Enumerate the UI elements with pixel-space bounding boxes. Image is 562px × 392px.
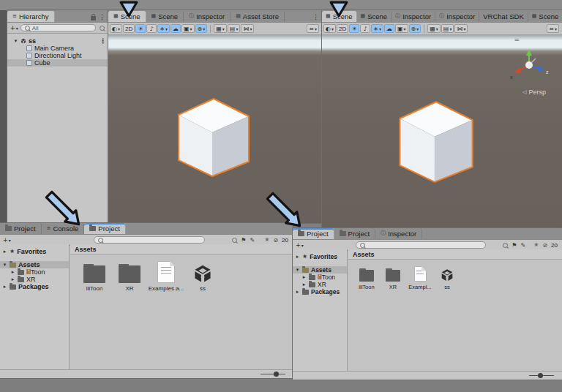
draw-mode-button[interactable]: ◐▾ bbox=[323, 24, 336, 33]
asset-ss-scene[interactable]: ss bbox=[435, 266, 460, 290]
tree-liltoon[interactable]: ▸ lilToon bbox=[0, 268, 69, 276]
hierarchy-item-main-camera[interactable]: Main Camera bbox=[7, 45, 108, 52]
effects-toggle[interactable]: ∗▾ bbox=[157, 24, 170, 33]
tab-project-2[interactable]: Project bbox=[334, 228, 376, 239]
tree-packages[interactable]: ▸ Packages bbox=[0, 283, 69, 290]
zoom-slider-knob[interactable] bbox=[274, 372, 279, 377]
grid-button[interactable]: ▦▾ bbox=[427, 24, 441, 33]
cube-object[interactable] bbox=[394, 96, 477, 185]
2d-toggle[interactable]: 2D bbox=[337, 24, 348, 33]
scene-picker-button[interactable] bbox=[97, 23, 107, 32]
search-by-type-icon[interactable] bbox=[232, 238, 237, 243]
tree-liltoon[interactable]: ▸ lilToon bbox=[293, 274, 347, 281]
skybox-toggle[interactable]: ☁ bbox=[384, 24, 394, 33]
saved-search-icon[interactable]: ✎ bbox=[521, 242, 526, 249]
tab-asset-store[interactable]: ▤ Asset Store bbox=[231, 11, 285, 22]
effects-toggle[interactable]: ∗▾ bbox=[371, 24, 383, 33]
star-icon[interactable]: ★ bbox=[533, 242, 539, 248]
persp-label[interactable]: ◁ Persp bbox=[522, 88, 546, 96]
asset-examples[interactable]: Exampl... bbox=[407, 266, 433, 290]
tab-inspector[interactable]: ⓘ Inspector bbox=[391, 11, 435, 22]
caret-down-icon[interactable]: ▾ bbox=[295, 267, 300, 273]
panel-menu-icon[interactable]: ⋮ bbox=[312, 14, 319, 20]
zoom-slider[interactable] bbox=[529, 375, 554, 376]
search-by-label-icon[interactable]: ⚑ bbox=[241, 237, 246, 244]
asset-xr[interactable]: XR bbox=[381, 266, 405, 290]
create-button[interactable]: + ▾ bbox=[294, 241, 305, 249]
project-search-input[interactable] bbox=[94, 236, 205, 244]
create-button[interactable]: + ▾ bbox=[9, 23, 20, 32]
asset-xr[interactable]: XR bbox=[113, 261, 146, 292]
overlay-menu-icon[interactable]: = bbox=[514, 36, 520, 43]
caret-right-icon[interactable]: ▸ bbox=[2, 249, 7, 255]
zoom-slider-knob[interactable] bbox=[538, 373, 543, 378]
project-search-input[interactable] bbox=[356, 241, 486, 249]
zoom-slider[interactable] bbox=[261, 374, 285, 374]
tree-packages[interactable]: ▸ Packages bbox=[293, 288, 347, 295]
tab-inspector[interactable]: ⓘ Inspector bbox=[184, 11, 231, 22]
tab-project-1[interactable]: Project bbox=[0, 223, 42, 234]
caret-right-icon[interactable]: ▸ bbox=[295, 289, 300, 295]
search-by-label-icon[interactable]: ⚑ bbox=[512, 242, 517, 249]
caret-right-icon[interactable]: ▸ bbox=[301, 274, 307, 280]
tab-inspector-2[interactable]: ⓘ Inspector bbox=[435, 11, 479, 22]
tree-xr[interactable]: ▸ XR bbox=[0, 276, 69, 283]
tree-favorites[interactable]: ▸ ★ Favorites bbox=[0, 248, 69, 255]
snap-button[interactable]: ▤▾ bbox=[228, 24, 241, 33]
gizmos-toggle[interactable]: ⊕▾ bbox=[195, 24, 208, 33]
caret-right-icon[interactable]: ▸ bbox=[10, 269, 15, 275]
hidden-count-icon[interactable]: ⊘ bbox=[273, 237, 278, 244]
caret-down-icon[interactable]: ▾ bbox=[13, 38, 18, 44]
asset-liltoon[interactable]: lilToon bbox=[354, 266, 379, 290]
orientation-gizmo[interactable]: x z bbox=[508, 46, 550, 84]
caret-right-icon[interactable]: ▸ bbox=[2, 284, 7, 290]
hierarchy-search-input[interactable]: All bbox=[20, 24, 96, 31]
magnet-button[interactable]: ⋈▾ bbox=[241, 24, 254, 33]
lighting-toggle[interactable]: ☀ bbox=[349, 24, 359, 33]
panel-menu-icon[interactable]: ⋮ bbox=[99, 14, 105, 20]
asset-examples[interactable]: Examples a... bbox=[148, 261, 184, 292]
tab-scene-3[interactable]: ▦ Scene bbox=[528, 11, 562, 22]
hierarchy-item-cube[interactable]: Cube bbox=[7, 59, 108, 67]
tree-assets[interactable]: ▾ Assets bbox=[293, 266, 347, 274]
tree-assets[interactable]: ▾ Assets bbox=[0, 261, 69, 268]
snap-button[interactable]: ▤▾ bbox=[441, 24, 454, 33]
cube-object[interactable] bbox=[173, 93, 253, 179]
tree-favorites[interactable]: ▸ ★ Favorites bbox=[293, 253, 347, 260]
skybox-toggle[interactable]: ☁ bbox=[171, 24, 181, 33]
hierarchy-item-directional-light[interactable]: Directional Light bbox=[7, 52, 108, 59]
draw-mode-button[interactable]: ◐▾ bbox=[110, 24, 122, 33]
grid-breadcrumb[interactable]: Assets bbox=[70, 244, 293, 255]
camera-settings-button[interactable]: ▣▾ bbox=[181, 24, 195, 33]
magnet-button[interactable]: ⋈▾ bbox=[454, 24, 468, 33]
tab-vrchat-sdk[interactable]: VRChat SDK bbox=[479, 11, 528, 22]
audio-toggle[interactable]: ♪ bbox=[360, 24, 370, 33]
grid-button[interactable]: ▦▾ bbox=[214, 24, 227, 33]
tab-project-active[interactable]: Project bbox=[293, 228, 334, 239]
camera-settings-button[interactable]: ▣▾ bbox=[395, 24, 408, 33]
tab-scene-2[interactable]: ▦ Scene bbox=[357, 11, 392, 22]
audio-toggle[interactable]: ♪ bbox=[146, 24, 157, 33]
create-button[interactable]: + ▾ bbox=[1, 235, 12, 244]
scene-root-row[interactable]: ▾ ss ⋮ bbox=[7, 37, 108, 45]
caret-right-icon[interactable]: ▸ bbox=[301, 282, 307, 287]
caret-right-icon[interactable]: ▸ bbox=[10, 276, 15, 282]
gizmos-toggle[interactable]: ⊕▾ bbox=[409, 24, 422, 33]
layers-button[interactable]: ≡▾ bbox=[307, 24, 319, 33]
asset-liltoon[interactable]: lilToon bbox=[78, 261, 111, 292]
lighting-toggle[interactable]: ☀ bbox=[135, 24, 146, 33]
tab-hierarchy[interactable]: ≡ Hierarchy bbox=[7, 11, 55, 22]
layers-button[interactable]: ≡▾ bbox=[547, 24, 559, 33]
saved-search-icon[interactable]: ✎ bbox=[250, 237, 255, 244]
scene-canvas[interactable]: = x z ◁ Persp bbox=[322, 34, 562, 228]
tab-inspector[interactable]: ⓘ Inspector bbox=[375, 228, 422, 239]
star-icon[interactable]: ★ bbox=[264, 237, 269, 243]
scene-menu-icon[interactable]: ⋮ bbox=[100, 38, 106, 45]
tab-scene-2[interactable]: ▦ Scene bbox=[146, 11, 184, 22]
tree-xr[interactable]: ▸ XR bbox=[293, 281, 347, 288]
grid-breadcrumb[interactable]: Assets bbox=[348, 249, 562, 260]
asset-ss-scene[interactable]: ss bbox=[186, 261, 220, 292]
caret-right-icon[interactable]: ▸ bbox=[295, 254, 300, 260]
lock-icon[interactable] bbox=[91, 16, 96, 20]
tab-project-active[interactable]: Project bbox=[84, 223, 126, 234]
